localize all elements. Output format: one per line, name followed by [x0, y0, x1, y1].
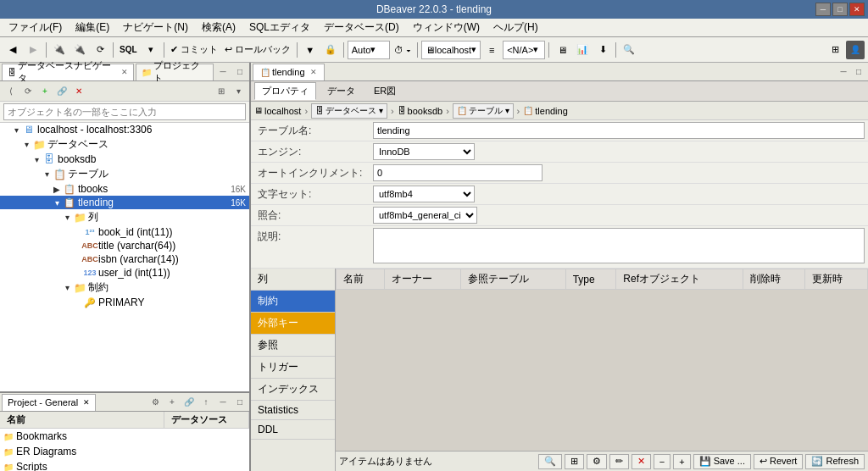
table-scroll[interactable]: 名前 オーナー 参照テーブル Type Refオブジェクト 削除時 更新時	[336, 269, 868, 451]
restore-button[interactable]: □	[832, 3, 848, 16]
back-button[interactable]: ◀	[3, 41, 22, 59]
host-dropdown[interactable]: 🖥 localhost ▾	[421, 41, 481, 59]
proj-maximize-button[interactable]: □	[232, 395, 248, 410]
tab-er[interactable]: ER図	[366, 82, 403, 100]
col-header-name[interactable]: 名前	[337, 269, 385, 290]
tlending-tab-close[interactable]: ✕	[310, 68, 317, 76]
tree-item-host[interactable]: ▾ 🖥 localhost - localhost:3306	[0, 123, 249, 136]
nav-add-button[interactable]: +	[37, 84, 53, 99]
lock-button[interactable]: 🔒	[321, 41, 340, 59]
bottom-search-button[interactable]: 🔍	[538, 454, 562, 469]
menu-edit[interactable]: 編集(E)	[70, 19, 114, 36]
connect-button[interactable]: 🔌	[50, 41, 69, 59]
tool-btn-3[interactable]: ⬇	[593, 41, 612, 59]
tree-item-isbn[interactable]: ▶ ABC isbn (varchar(14))	[0, 252, 249, 266]
sql-dropdown[interactable]: ▾	[142, 41, 160, 59]
editor-panel-min[interactable]: ─	[836, 64, 851, 80]
side-item-ddl[interactable]: DDL	[251, 420, 335, 440]
side-item-constraints[interactable]: 制約	[251, 291, 335, 313]
search-global-button[interactable]: 🔍	[620, 41, 638, 59]
col-header-update[interactable]: 更新時	[805, 269, 868, 290]
menu-help[interactable]: ヘルプ(H)	[488, 19, 543, 36]
menu-navigate[interactable]: ナビゲート(N)	[118, 19, 193, 36]
nav-minimize-button[interactable]: ─	[215, 64, 231, 80]
tree-item-columns[interactable]: ▾ 📁 列	[0, 209, 249, 225]
commit-button[interactable]: ✔ コミット	[168, 41, 220, 59]
auto-dropdown[interactable]: Auto ▾	[348, 41, 390, 59]
refresh-button[interactable]: 🔄 Refresh	[805, 454, 865, 469]
col-header-delete[interactable]: 削除時	[743, 269, 805, 290]
tab-db-navigator[interactable]: 🗄 データベースナビゲータ ✕	[2, 64, 134, 80]
nav-refresh-button[interactable]: ⟳	[20, 84, 36, 99]
proj-item-scripts[interactable]: 📁 Scripts	[0, 459, 249, 471]
side-item-triggers[interactable]: トリガー	[251, 357, 335, 379]
charset-select[interactable]: utf8mb4	[373, 186, 475, 202]
tab-tlending[interactable]: 📋 tlending ✕	[253, 64, 325, 80]
tree-item-tlending[interactable]: ▾ 📋 tlending 16K	[0, 196, 249, 209]
auto-increment-input[interactable]	[373, 164, 542, 181]
bc-database-dropdown[interactable]: 🗄 データベース ▾	[311, 103, 387, 119]
side-item-references[interactable]: 参照	[251, 335, 335, 357]
proj-link-button[interactable]: 🔗	[181, 395, 197, 410]
tab-project[interactable]: 📁 プロジェクト	[136, 64, 214, 80]
col-header-owner[interactable]: オーナー	[384, 269, 460, 290]
proj-up-button[interactable]: ↑	[198, 395, 214, 410]
tree-item-title[interactable]: ▶ ABC title (varchar(64))	[0, 239, 249, 252]
tree-item-user-id[interactable]: ▶ 123 user_id (int(11))	[0, 266, 249, 280]
tree-item-booksdb[interactable]: ▾ 🗄 booksdb	[0, 152, 249, 166]
tree-item-tbooks[interactable]: ▶ 📋 tbooks 16K	[0, 182, 249, 196]
user-avatar[interactable]: 👤	[846, 41, 865, 59]
side-item-foreign-keys[interactable]: 外部キー	[251, 313, 335, 335]
invalidate-button[interactable]: ⟳	[91, 41, 109, 59]
title-controls[interactable]: ─ □ ✕	[815, 3, 865, 16]
engine-select[interactable]: InnoDB	[373, 143, 475, 160]
col-header-type[interactable]: Type	[565, 269, 616, 290]
proj-settings-button[interactable]: ⚙	[147, 395, 163, 410]
collation-select[interactable]: utf8mb4_general_ci	[373, 207, 477, 224]
filter-button[interactable]: ▼	[301, 41, 320, 59]
rollback-button[interactable]: ↩ ロールバック	[222, 41, 293, 59]
tree-item-primary[interactable]: ▶ 🔑 PRIMARY	[0, 296, 249, 309]
proj-add-button[interactable]: +	[164, 395, 180, 410]
menu-sql-editor[interactable]: SQLエディタ	[244, 19, 315, 36]
revert-button[interactable]: ↩ Revert	[754, 454, 803, 469]
minimize-button[interactable]: ─	[815, 3, 831, 16]
proj-item-bookmarks[interactable]: 📁 Bookmarks	[0, 429, 249, 444]
nav-link-button[interactable]: 🔗	[54, 84, 70, 99]
tool-btn-2[interactable]: 📊	[573, 41, 592, 59]
forward-button[interactable]: ▶	[24, 41, 42, 59]
tree-item-constraints[interactable]: ▾ 📁 制約	[0, 280, 249, 296]
bottom-minus-button[interactable]: −	[654, 454, 670, 469]
side-item-statistics[interactable]: Statistics	[251, 401, 335, 420]
timer-button[interactable]: ⏱ ▾	[392, 41, 414, 59]
close-button[interactable]: ✕	[849, 3, 865, 16]
tree-item-tables[interactable]: ▾ 📋 テーブル	[0, 166, 249, 182]
menu-database[interactable]: データベース(D)	[319, 19, 404, 36]
tree-item-book-id[interactable]: ▶ 1²³ book_id (int(11))	[0, 225, 249, 239]
bottom-grid-button[interactable]: ⊞	[565, 454, 584, 469]
tree-item-databases[interactable]: ▾ 📁 データベース	[0, 136, 249, 152]
bottom-edit-button[interactable]: ✏	[609, 454, 629, 469]
proj-item-er-diagrams[interactable]: 📁 ER Diagrams	[0, 444, 249, 459]
side-item-indexes[interactable]: インデックス	[251, 379, 335, 401]
description-textarea[interactable]	[373, 228, 865, 263]
tool-btn-1[interactable]: 🖥	[553, 41, 571, 59]
save-button[interactable]: 💾 Save ...	[693, 454, 751, 469]
col-header-ref-table[interactable]: 参照テーブル	[461, 269, 566, 290]
tab-properties[interactable]: プロパティ	[254, 82, 316, 100]
bottom-plus-button[interactable]: +	[673, 454, 690, 469]
tab-data[interactable]: データ	[320, 82, 363, 100]
search-input[interactable]	[3, 103, 246, 120]
nav-delete-button[interactable]: ✕	[71, 84, 86, 99]
nav-filter-button[interactable]: ⊞	[214, 84, 229, 99]
menu-window[interactable]: ウィンドウ(W)	[408, 19, 485, 36]
menu-file[interactable]: ファイル(F)	[3, 19, 67, 36]
nav-maximize-button[interactable]: □	[232, 64, 248, 80]
bc-table-dropdown[interactable]: 📋 テーブル ▾	[453, 103, 514, 119]
col-header-ref-object[interactable]: Refオブジェクト	[616, 269, 743, 290]
editor-panel-max[interactable]: □	[851, 64, 866, 80]
table-name-input[interactable]	[373, 122, 865, 139]
extra-btn-1[interactable]: ⊞	[826, 41, 844, 59]
menu-search[interactable]: 検索(A)	[197, 19, 241, 36]
side-item-columns[interactable]: 列	[251, 269, 335, 291]
